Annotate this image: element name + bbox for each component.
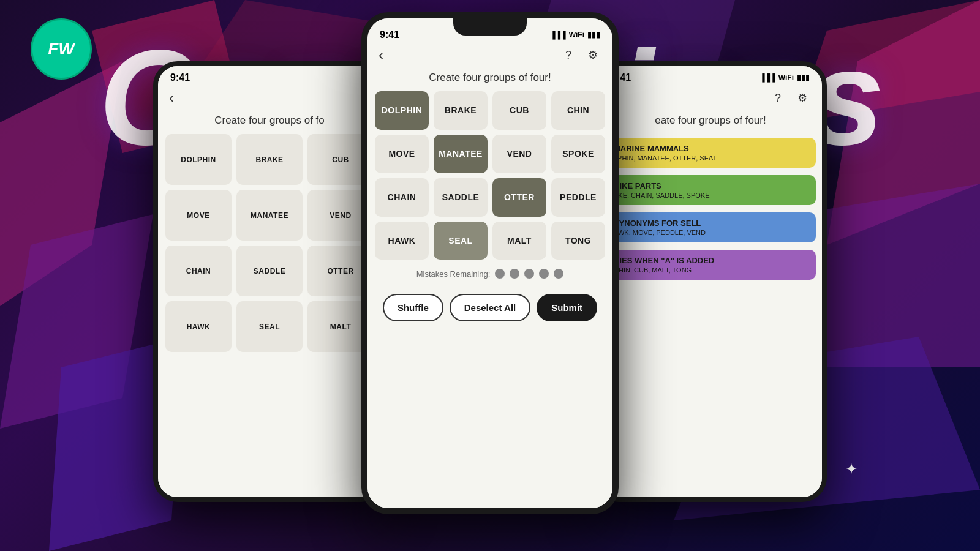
buttons-row: Shuffle Deselect All Submit [368, 288, 612, 328]
marine-mammals-title: MARINE MAMMALS [614, 144, 807, 153]
tile-hawk-left[interactable]: HAWK [165, 301, 232, 352]
right-phone: 9:41 ▐▐▐ WiFi ▮▮▮ ? ⚙ eate four groups o… [594, 61, 827, 502]
right-game-title: eate four groups of four! [599, 111, 822, 134]
tile-otter-center[interactable]: OTTER [492, 178, 546, 217]
tile-chain-left[interactable]: CHAIN [165, 246, 232, 296]
center-phone: 9:41 ▐▐▐ WiFi ▮▮▮ ‹ ? ⚙ Create four grou… [361, 12, 619, 514]
mistakes-label: Mistakes Remaining: [417, 269, 491, 279]
left-back-button[interactable]: ‹ [169, 89, 174, 107]
center-nav-bar: ‹ ? ⚙ [368, 43, 612, 69]
left-status-time: 9:41 [170, 72, 190, 83]
left-word-grid: DOLPHIN BRAKE CUB MOVE MANATEE VEND CHAI… [158, 134, 381, 352]
left-phone-screen: 9:41 ‹ Create four groups of fo DOLPHIN … [158, 66, 381, 497]
tile-chain-center[interactable]: CHAIN [375, 178, 429, 217]
tile-dolphin-center[interactable]: DOLPHIN [375, 91, 429, 130]
fw-logo-text: FW [48, 39, 75, 59]
battery-icon: ▮▮▮ [587, 31, 600, 39]
synonyms-sell-category: SYNONYMS FOR SELL AWK, MOVE, PEDDLE, VEN… [605, 212, 816, 242]
tile-malt-center[interactable]: MALT [492, 222, 546, 260]
tile-chin-center[interactable]: CHIN [551, 91, 605, 130]
added-a-title: RIES WHEN "A" IS ADDED [614, 256, 807, 265]
mistakes-row: Mistakes Remaining: [368, 260, 612, 288]
tile-seal-center[interactable]: SEAL [434, 222, 488, 260]
right-wifi-icon: WiFi [778, 73, 794, 82]
synonyms-sell-words: AWK, MOVE, PEDDLE, VEND [614, 229, 807, 236]
shuffle-button[interactable]: Shuffle [383, 294, 443, 321]
bike-parts-category: BIKE PARTS AKE, CHAIN, SADDLE, SPOKE [605, 175, 816, 205]
fw-logo: FW [31, 18, 92, 80]
signal-icon: ▐▐▐ [550, 31, 566, 39]
tile-hawk-center[interactable]: HAWK [375, 222, 429, 260]
added-a-category: RIES WHEN "A" IS ADDED CHIN, CUB, MALT, … [605, 250, 816, 280]
bike-parts-words: AKE, CHAIN, SADDLE, SPOKE [614, 192, 807, 199]
tile-vend-center[interactable]: VEND [492, 135, 546, 173]
left-nav-bar: ‹ [158, 86, 381, 111]
submit-button[interactable]: Submit [537, 294, 597, 321]
right-battery-icon: ▮▮▮ [797, 73, 810, 82]
mistake-dot-2 [510, 269, 519, 279]
phones-container: 9:41 ‹ Create four groups of fo DOLPHIN … [0, 0, 980, 551]
tile-cub-center[interactable]: CUB [492, 91, 546, 130]
tile-saddle-center[interactable]: SADDLE [434, 178, 488, 217]
tile-brake-center[interactable]: BRAKE [434, 91, 488, 130]
center-phone-screen: 9:41 ▐▐▐ WiFi ▮▮▮ ‹ ? ⚙ Create four grou… [368, 18, 612, 508]
tile-spoke-center[interactable]: SPOKE [551, 135, 605, 173]
mistake-dot-1 [495, 269, 505, 279]
added-a-words: CHIN, CUB, MALT, TONG [614, 266, 807, 274]
tile-brake-left[interactable]: BRAKE [236, 134, 303, 185]
settings-icon[interactable]: ⚙ [584, 47, 601, 64]
marine-mammals-words: LPHIN, MANATEE, OTTER, SEAL [614, 154, 807, 162]
tile-saddle-left[interactable]: SADDLE [236, 246, 303, 296]
deselect-button[interactable]: Deselect All [450, 294, 531, 321]
tile-peddle-center[interactable]: PEDDLE [551, 178, 605, 217]
right-settings-icon[interactable]: ⚙ [794, 89, 811, 107]
mistake-dot-5 [554, 269, 564, 279]
right-help-icon[interactable]: ? [769, 89, 786, 107]
camera-notch [453, 18, 527, 36]
wifi-icon: WiFi [569, 31, 584, 39]
help-icon[interactable]: ? [560, 47, 577, 64]
tile-manatee-left[interactable]: MANATEE [236, 190, 303, 241]
center-status-time: 9:41 [380, 29, 399, 40]
tile-seal-left[interactable]: SEAL [236, 301, 303, 352]
left-game-title: Create four groups of fo [158, 111, 381, 134]
center-nav-icons: ? ⚙ [560, 47, 601, 64]
tile-move-center[interactable]: MOVE [375, 135, 429, 173]
tile-tong-center[interactable]: TONG [551, 222, 605, 260]
center-back-button[interactable]: ‹ [379, 47, 383, 64]
mistake-dot-3 [524, 269, 534, 279]
center-status-icons: ▐▐▐ WiFi ▮▮▮ [550, 31, 600, 39]
left-phone: 9:41 ‹ Create four groups of fo DOLPHIN … [153, 61, 386, 502]
synonyms-sell-title: SYNONYMS FOR SELL [614, 219, 807, 228]
right-nav-bar: ? ⚙ [599, 86, 822, 111]
right-phone-screen: 9:41 ▐▐▐ WiFi ▮▮▮ ? ⚙ eate four groups o… [599, 66, 822, 497]
right-status-icons: ▐▐▐ WiFi ▮▮▮ [760, 73, 810, 82]
bike-parts-title: BIKE PARTS [614, 181, 807, 190]
tile-dolphin-left[interactable]: DOLPHIN [165, 134, 232, 185]
right-nav-icons: ? ⚙ [769, 89, 811, 107]
center-game-title: Create four groups of four! [368, 69, 612, 91]
marine-mammals-category: MARINE MAMMALS LPHIN, MANATEE, OTTER, SE… [605, 138, 816, 168]
mistake-dot-4 [539, 269, 549, 279]
tile-move-left[interactable]: MOVE [165, 190, 232, 241]
tile-manatee-center[interactable]: MANATEE [434, 135, 488, 173]
center-word-grid: DOLPHIN BRAKE CUB CHIN MOVE MANATEE VEND… [368, 91, 612, 260]
right-status-bar: 9:41 ▐▐▐ WiFi ▮▮▮ [599, 66, 822, 86]
right-signal-icon: ▐▐▐ [760, 73, 775, 82]
left-status-bar: 9:41 [158, 66, 381, 86]
